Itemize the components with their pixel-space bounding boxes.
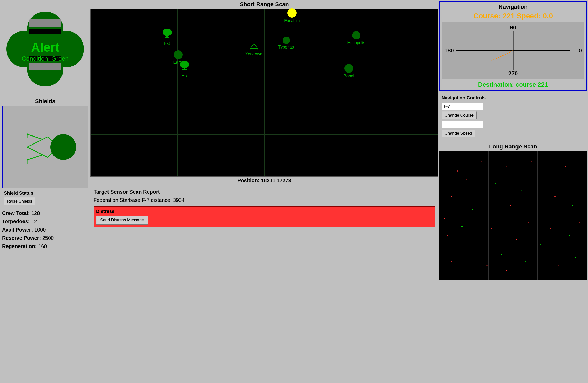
avail-power-stat: Avail Power: 1000 [2,226,88,234]
alert-emblem: Alert Condition: Green [6,12,84,86]
shields-title: Shields [0,98,90,105]
svg-line-8 [27,134,43,139]
lrs-cell [538,237,587,280]
nav-compass: 90 270 0 180 [442,22,584,79]
ship-schematic [6,111,84,183]
svg-rect-16 [165,37,169,38]
lrs-cell [489,151,538,194]
shields-section: Shields [0,98,90,188]
regeneration-stat: Regeneration: 160 [2,242,88,250]
scan-object-yorktown: Yorktown [245,43,262,57]
svg-line-9 [27,155,43,160]
sensor-report-title: Target Sensor Scan Report [94,188,435,196]
lrs-dot [486,265,488,266]
bottom-left-section: Shield Status Raise Shields Crew Total: … [0,188,90,252]
raise-shields-button[interactable]: Raise Shields [4,197,35,205]
nav-controls: Navigation Controls Change Course Change… [439,93,587,141]
scan-object-excalbia: Excalbia [284,8,300,23]
lrs-cell [439,151,489,194]
lrs-cell [439,194,489,237]
scan-object-typerias: Typerias [278,37,294,50]
lrs-dot [461,226,463,227]
short-range-title: Short Range Scan [90,0,438,9]
svg-line-25 [492,51,513,61]
scan-label-f7: F-7 [181,73,188,78]
lrs-dot [510,205,511,206]
svg-rect-1 [29,19,61,27]
lrs-dot [540,244,541,245]
grid-line [177,9,178,176]
sensor-report: Target Sensor Scan Report Federation Sta… [94,188,435,204]
lrs-dot [572,205,573,206]
middle-column: Short Range Scan Excalbia F-3TyperiasHel… [90,0,438,383]
lrs-dot [550,228,551,229]
distress-section: Distress Send Distress Message [94,206,435,227]
lrs-dot [472,209,473,210]
scan-label-excalbia: Excalbia [284,19,300,23]
scan-label-typerias: Typerias [278,45,294,50]
lrs-cell [489,194,538,237]
distress-title: Distress [96,209,432,214]
short-range-display: Excalbia F-3TyperiasHeliopolis YorktownE… [90,9,438,177]
shields-display [2,106,88,188]
scan-label-f3: F-3 [164,41,170,46]
nav-controls-title: Navigation Controls [442,95,585,101]
scan-label-babel: Babel [344,74,354,78]
reserve-power-stat: Reserve Power: 2500 [2,234,88,242]
scan-object-babel: Babel [344,64,354,78]
scan-object-heliopolis: Heliopolis [347,31,365,45]
lrs-cell [538,151,587,194]
send-distress-button[interactable]: Send Distress Message [96,216,148,225]
crew-stat: Crew Total: 128 [2,209,88,217]
torpedoes-stat: Torpedoes: 12 [2,217,88,226]
lrs-dot [451,196,452,197]
scan-label-heliopolis: Heliopolis [347,41,365,45]
navigation-panel: Navigation Course: 221 Speed: 0.0 90 270… [439,1,587,91]
svg-point-13 [50,134,76,160]
shield-status-fieldset: Shield Status Raise Shields [2,190,88,207]
svg-text:Condition: Green: Condition: Green [22,55,68,62]
change-course-button[interactable]: Change Course [442,111,477,119]
sensor-report-content: Federation Starbase F-7 distance: 3934 [94,196,435,204]
svg-rect-2 [29,29,61,34]
course-input[interactable] [442,103,483,110]
lrs-cell [439,237,489,280]
ship-stats: Crew Total: 128 Torpedoes: 12 Avail Powe… [2,209,88,250]
lrs-dot [558,265,559,266]
shield-status-legend: Shield Status [4,190,33,196]
scan-object-f7: F-7 [179,59,190,78]
left-column: Alert Condition: Green Shields Sh [0,0,90,383]
long-range-display [439,151,587,280]
svg-marker-17 [251,44,257,48]
lrs-dot [466,179,467,180]
lrs-dot [521,190,522,191]
scan-label-yorktown: Yorktown [245,52,262,57]
course-speed-display: Course: 221 Speed: 0.0 [442,12,584,20]
lrs-cell [489,237,538,280]
compass-svg [442,22,584,79]
grid-line [264,9,265,176]
lrs-dot [451,261,452,262]
change-speed-button[interactable]: Change Speed [442,130,475,137]
position-display: Position: 18211,17273 [90,177,438,185]
alert-panel: Alert Condition: Green [0,0,90,98]
lrs-dot [525,261,526,262]
long-range-title: Long Range Scan [438,142,588,151]
nav-destination: Destination: course 221 [442,81,584,88]
lrs-dot [531,161,532,162]
lrs-cell [538,194,587,237]
svg-rect-4 [29,63,61,70]
lrs-grid [439,151,587,280]
svg-text:Alert: Alert [31,41,59,54]
scan-object-f3: F-3 [162,27,172,46]
nav-title: Navigation [442,4,584,10]
bottom-middle-section: Target Sensor Scan Report Federation Sta… [90,185,438,383]
right-column: Navigation Course: 221 Speed: 0.0 90 270… [438,0,588,383]
speed-input[interactable] [442,121,483,128]
lrs-dot [447,235,448,236]
svg-rect-22 [182,69,187,70]
lrs-dot [457,170,458,172]
